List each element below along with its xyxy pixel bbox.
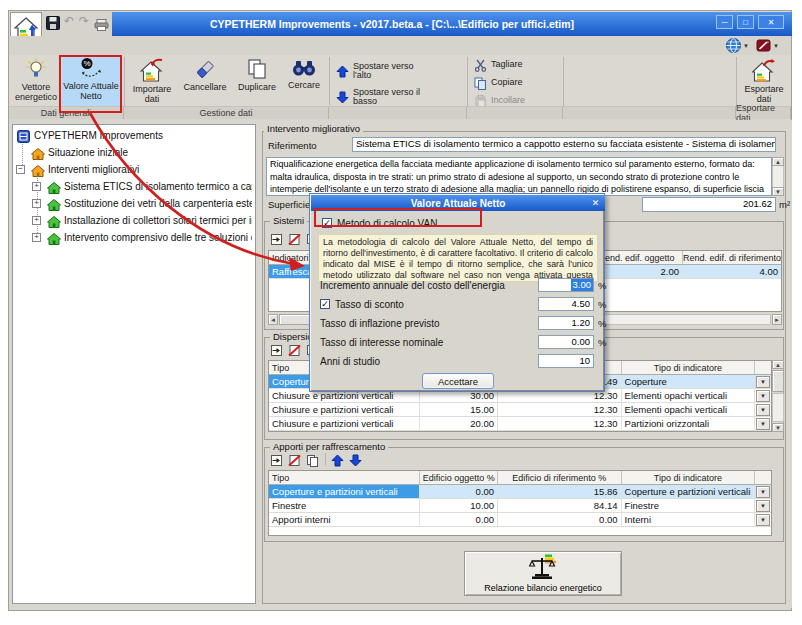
expand-icon[interactable]: +: [32, 199, 41, 208]
cell-oggetto[interactable]: 15.00: [420, 403, 498, 417]
compile-dropdown-arrow[interactable]: ▼: [773, 43, 779, 49]
relazione-bilancio-button[interactable]: Relazione bilancio energetico: [464, 551, 622, 596]
cell-tipo[interactable]: Coperture e partizioni verticali: [269, 485, 420, 499]
cell-indicatore[interactable]: Partizioni orizzontali: [622, 417, 755, 431]
superficie-input[interactable]: 201.62: [642, 197, 776, 212]
cell-riferimento[interactable]: 0.00: [498, 513, 622, 527]
van-checkbox[interactable]: ✓: [322, 218, 332, 228]
col-header[interactable]: Tipo di indicatore: [622, 361, 755, 375]
cell-tipo[interactable]: Apporti interni: [269, 513, 420, 527]
cell-tipo[interactable]: Chiusure e partizioni verticali: [269, 403, 420, 417]
dialog-close-button[interactable]: ✕: [589, 197, 602, 209]
scroll-down-icon[interactable]: ▼: [772, 423, 784, 432]
cell-indicatore[interactable]: Finestre: [622, 499, 755, 513]
field-input[interactable]: 1.20: [538, 316, 594, 330]
cell-indicatore[interactable]: Coperture e partizioni verticali: [622, 485, 755, 499]
delete-row-button[interactable]: [288, 453, 301, 471]
cell-riferimento[interactable]: 12.30: [498, 417, 622, 431]
valore-attuale-netto-button[interactable]: % Valore Attuale Netto: [62, 57, 120, 107]
spostare-alto-button[interactable]: Spostare verso l'alto: [336, 60, 432, 82]
add-row-button[interactable]: [270, 453, 283, 471]
close-button[interactable]: ✕: [758, 15, 784, 29]
add-row-button[interactable]: [270, 343, 283, 361]
copy-row-button[interactable]: [306, 453, 319, 471]
vettore-energetico-button[interactable]: Vettore energetico: [12, 58, 60, 104]
table-row[interactable]: Chiusure e partizioni verticali 20.00 12…: [269, 417, 771, 431]
redo-button[interactable]: ↷: [79, 14, 89, 28]
cell-oggetto[interactable]: 0.00: [420, 513, 498, 527]
save-button[interactable]: [46, 16, 60, 34]
col-header[interactable]: Tipo di indicatore: [622, 471, 755, 485]
dropdown-button[interactable]: ▼: [756, 390, 770, 402]
tree-item-interventi[interactable]: Interventi migliorativi: [48, 164, 248, 175]
scroll-up-icon[interactable]: ▲: [772, 360, 784, 369]
delete-row-button[interactable]: [288, 232, 301, 250]
move-row-up-button[interactable]: [331, 453, 344, 471]
cell-rend-riferimento[interactable]: 4.00: [683, 265, 781, 279]
tagliare-button[interactable]: Tagliare: [474, 58, 558, 72]
copiare-button[interactable]: Copiare: [474, 76, 558, 90]
col-header[interactable]: Tipo: [269, 471, 420, 485]
cell-oggetto[interactable]: 20.00: [420, 417, 498, 431]
cell-indicatore[interactable]: Elementi opachi verticali: [622, 389, 755, 403]
add-row-button[interactable]: [270, 232, 283, 250]
table-row[interactable]: Coperture e partizioni verticali 0.00 15…: [269, 485, 771, 499]
descrizione-textarea[interactable]: Riqualificazione energetica della faccia…: [266, 157, 772, 196]
cell-oggetto[interactable]: 0.00: [420, 485, 498, 499]
cell-indicatore[interactable]: Interni: [622, 513, 755, 527]
collapse-icon[interactable]: −: [16, 165, 25, 174]
undo-button[interactable]: ↶: [64, 14, 74, 28]
table-row[interactable]: Apporti interni 0.00 0.00 Interni ▼: [269, 513, 771, 527]
col-header[interactable]: Edificio di riferimento %: [498, 471, 622, 485]
field-input[interactable]: 10: [538, 354, 594, 368]
esportare-dati-button[interactable]: Esportare dati: [738, 58, 790, 104]
move-row-down-button[interactable]: [349, 453, 362, 471]
duplicare-button[interactable]: Duplicare: [234, 58, 280, 104]
spostare-basso-button[interactable]: Spostare verso il basso: [336, 86, 432, 108]
tree-root[interactable]: CYPETHERM Improvements: [34, 130, 249, 141]
field-input[interactable]: 4.50: [538, 297, 594, 311]
tree-item-intervento-combinato[interactable]: Intervento comprensivo delle tre soluzio…: [64, 232, 252, 243]
tree-item-situazione[interactable]: Situazione iniziale: [48, 147, 248, 158]
cell-tipo[interactable]: Finestre: [269, 499, 420, 513]
tree-item-sistema-etics[interactable]: Sistema ETICS di isolamento termico a ca…: [64, 181, 252, 192]
scroll-down-icon[interactable]: ▼: [772, 187, 784, 196]
riferimento-input[interactable]: Sistema ETICS di isolamento termico a ca…: [352, 137, 776, 152]
table-row[interactable]: Finestre 10.00 84.14 Finestre ▼: [269, 499, 771, 513]
cell-riferimento[interactable]: 15.86: [498, 485, 622, 499]
cell-tipo[interactable]: Chiusure e partizioni verticali: [269, 417, 420, 431]
cell-oggetto[interactable]: 10.00: [420, 499, 498, 513]
delete-row-button[interactable]: [288, 343, 301, 361]
dropdown-button[interactable]: ▼: [756, 514, 770, 526]
cell-indicatore[interactable]: Elementi opachi verticali: [622, 403, 755, 417]
maximize-button[interactable]: □: [737, 15, 754, 29]
tree-item-collettori-solari[interactable]: Installazione di collettori solari termi…: [64, 215, 252, 226]
scroll-up-icon[interactable]: ▲: [772, 157, 784, 166]
dropdown-button[interactable]: ▼: [756, 486, 770, 498]
tree-item-sostituzione-vetri[interactable]: Sostituzione dei vetri della carpenteria…: [64, 198, 252, 209]
cancellare-button[interactable]: Cancellare: [180, 58, 230, 104]
cell-indicatore[interactable]: Coperture: [622, 375, 755, 389]
cell-riferimento[interactable]: 84.14: [498, 499, 622, 513]
scroll-left-icon[interactable]: ◄: [268, 314, 278, 325]
dispersioni-vscrollbar[interactable]: ▲ ▼: [772, 360, 784, 432]
scroll-right-icon[interactable]: ►: [772, 314, 782, 325]
col-header[interactable]: Rend. edif. di riferimento: [683, 251, 781, 265]
minimize-button[interactable]: ─: [716, 15, 733, 29]
scroll-thumb[interactable]: [772, 370, 784, 392]
dropdown-button[interactable]: ▼: [756, 376, 770, 388]
dropdown-button[interactable]: ▼: [756, 418, 770, 430]
globe-dropdown-arrow[interactable]: ▼: [743, 43, 749, 49]
accept-button[interactable]: Accettare: [422, 373, 494, 389]
cercare-button[interactable]: Cercare: [282, 58, 326, 104]
field-input[interactable]: 3.00: [538, 278, 594, 292]
expand-icon[interactable]: +: [32, 216, 41, 225]
dropdown-button[interactable]: ▼: [756, 500, 770, 512]
print-button[interactable]: [94, 17, 109, 35]
expand-icon[interactable]: +: [32, 182, 41, 191]
col-header[interactable]: Edificio oggetto %: [420, 471, 498, 485]
cell-riferimento[interactable]: 12.30: [498, 403, 622, 417]
expand-icon[interactable]: +: [32, 233, 41, 242]
importare-dati-button[interactable]: Importare dati: [128, 58, 176, 104]
field-input[interactable]: 0.00: [538, 335, 594, 349]
